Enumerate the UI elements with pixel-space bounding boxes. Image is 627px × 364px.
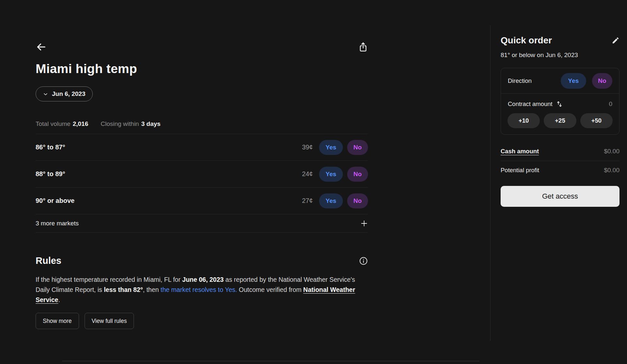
more-markets-label: 3 more markets (36, 220, 79, 227)
total-volume-label: Total volume (36, 120, 71, 127)
date-dropdown-label: Jun 6, 2023 (52, 90, 85, 98)
quick-order-sidebar: Quick order 81° or below on Jun 6, 2023 … (501, 0, 619, 207)
quick-order-title: Quick order (501, 35, 552, 46)
market-price: 24¢ (302, 170, 313, 178)
total-volume: Total volume2,016 (36, 120, 88, 128)
market-label: 90° or above (36, 197, 74, 205)
date-dropdown[interactable]: Jun 6, 2023 (36, 86, 93, 101)
direction-label: Direction (508, 77, 532, 84)
market-label: 88° to 89° (36, 170, 65, 178)
rules-text: If the highest temperature recorded in M… (36, 275, 368, 305)
cash-amount-value: $0.00 (604, 148, 619, 155)
chevron-down-icon (43, 92, 48, 97)
rules-text-part: , then (143, 286, 161, 293)
market-row-90-above: 90° or above 27¢ Yes No (36, 188, 368, 214)
potential-profit-label: Potential profit (501, 167, 539, 174)
cash-amount-label[interactable]: Cash amount (501, 148, 539, 155)
rules-info-button[interactable] (359, 256, 368, 265)
market-actions: 24¢ Yes No (302, 167, 368, 182)
rules-text-part: Outcome verified from (237, 286, 303, 293)
show-more-button[interactable]: Show more (36, 313, 79, 329)
pencil-icon (612, 37, 619, 44)
quick-order-header: Quick order (501, 35, 619, 46)
market-label: 86° to 87° (36, 144, 65, 151)
no-button[interactable]: No (347, 167, 368, 182)
rules-header: Rules (36, 255, 368, 266)
cash-amount-row: Cash amount $0.00 (501, 148, 619, 161)
yes-button[interactable]: Yes (319, 193, 343, 208)
no-button[interactable]: No (347, 140, 368, 155)
more-markets-row[interactable]: 3 more markets (36, 214, 368, 233)
section-divider (62, 361, 479, 361)
direction-yes-button[interactable]: Yes (561, 73, 586, 89)
markets-list: 86° to 87° 39¢ Yes No 88° to 89° 24¢ Yes… (36, 134, 368, 233)
closing-value: 3 days (141, 120, 160, 127)
info-icon (359, 256, 368, 265)
market-stats: Total volume2,016 Closing within3 days (36, 120, 368, 128)
potential-profit-row: Potential profit $0.00 (501, 161, 619, 174)
view-full-rules-button[interactable]: View full rules (85, 313, 134, 329)
rules-text-part: If the highest temperature recorded in M… (36, 276, 182, 283)
plus-icon (360, 220, 368, 227)
increment-25-button[interactable]: +25 (544, 113, 576, 128)
potential-profit-value: $0.00 (604, 167, 619, 174)
market-price: 27¢ (302, 197, 313, 205)
closing-within: Closing within3 days (101, 120, 160, 128)
no-button[interactable]: No (347, 193, 368, 208)
closing-label: Closing within (101, 120, 139, 127)
increment-10-button[interactable]: +10 (507, 113, 540, 128)
topbar (36, 41, 368, 53)
direction-no-button[interactable]: No (592, 73, 612, 89)
contract-amount-row: Contract amount 0 (501, 94, 619, 108)
sidebar-divider (490, 25, 490, 341)
yes-button[interactable]: Yes (319, 140, 343, 155)
resolves-to-yes-link[interactable]: the market resolves to Yes. (161, 286, 237, 293)
market-price: 39¢ (302, 144, 313, 151)
share-icon (358, 41, 368, 53)
direction-toggle: Yes No (561, 73, 612, 89)
page-title: Miami high temp (36, 62, 368, 76)
total-volume-value: 2,016 (73, 120, 88, 127)
yes-button[interactable]: Yes (319, 167, 343, 182)
sort-arrows-icon[interactable] (556, 100, 563, 108)
contract-amount-value: 0 (609, 100, 612, 108)
market-detail-main: Miami high temp Jun 6, 2023 Total volume… (36, 0, 368, 329)
order-panel: Direction Yes No Contract amount 0 +10 +… (501, 68, 619, 135)
rules-buttons: Show more View full rules (36, 313, 368, 329)
increment-50-button[interactable]: +50 (580, 113, 613, 128)
contract-amount-label: Contract amount (508, 100, 553, 108)
market-actions: 27¢ Yes No (302, 193, 368, 208)
increment-buttons: +10 +25 +50 (501, 108, 619, 134)
contract-amount-left: Contract amount (508, 100, 563, 108)
market-row-86-87: 86° to 87° 39¢ Yes No (36, 134, 368, 161)
edit-order-button[interactable] (612, 37, 619, 44)
rules-threshold: less than 82° (104, 286, 143, 293)
direction-row: Direction Yes No (501, 68, 619, 94)
market-row-88-89: 88° to 89° 24¢ Yes No (36, 161, 368, 188)
back-arrow-icon (36, 41, 47, 53)
share-button[interactable] (358, 41, 368, 53)
market-actions: 39¢ Yes No (302, 140, 368, 155)
back-button[interactable] (36, 41, 47, 53)
rules-date: June 06, 2023 (182, 276, 224, 283)
rules-title: Rules (36, 255, 61, 266)
get-access-button[interactable]: Get access (501, 186, 619, 207)
rules-text-part: . (58, 296, 60, 303)
quick-order-subtitle: 81° or below on Jun 6, 2023 (501, 52, 619, 59)
